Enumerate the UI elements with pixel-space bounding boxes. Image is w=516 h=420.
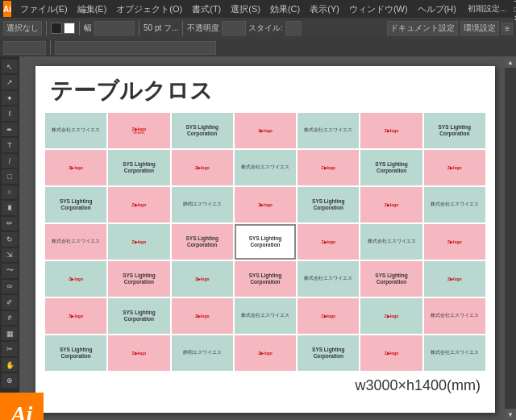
tb2-item1[interactable] (3, 41, 46, 55)
width-label: 幅 (84, 23, 92, 34)
cell-2-5: Z▶logo (360, 187, 422, 222)
tool-hand[interactable]: ✋ (2, 358, 18, 372)
toolbar: 選択なし 幅 50 pt フ... 不透明度 スタイル: ドキュメント設定 環境… (0, 18, 516, 39)
cell-3-0: 株式会社エスワイエス (45, 224, 106, 260)
cell-4-6: Z▶logo (424, 261, 485, 297)
fill-box[interactable] (51, 23, 62, 34)
cell-5-3: 株式会社エスワイエス (235, 298, 296, 334)
cell-6-0: SYS LightingCorporation (45, 335, 106, 371)
cell-2-0: SYS LightingCorporation (45, 187, 106, 222)
cell-2-4: SYS LightingCorporation (298, 187, 359, 222)
cell-4-2: Z▶logo (172, 261, 233, 297)
cell-5-0: Z▶logo (45, 298, 106, 334)
ai-logo-badge: Ai (0, 393, 44, 420)
extra-btn[interactable]: ≡ (501, 23, 513, 35)
cell-6-4: SYS LightingCorporation (298, 335, 359, 371)
sep5 (50, 40, 51, 55)
cell-4-3: SYS LightingCorporation (235, 261, 296, 297)
scroll-bar-right[interactable]: ▲ ▼ (505, 56, 516, 420)
tb2-item2[interactable] (55, 41, 216, 55)
tool-lasso[interactable]: ℓ (2, 106, 18, 120)
cell-3-2: SYS LightingCorporation (172, 224, 233, 260)
tool-select[interactable]: ↖ (2, 60, 18, 73)
cell-5-5: Z▶logo (360, 298, 422, 334)
tool-warp[interactable]: 〜 (2, 264, 18, 277)
stroke-box[interactable] (64, 23, 75, 34)
menu-type[interactable]: 書式(T) (188, 2, 225, 17)
cell-3-1: Z▶logo (108, 224, 169, 260)
cell-1-5: SYS LightingCorporation (360, 150, 422, 185)
scroll-up-btn[interactable]: ▲ (505, 56, 516, 68)
tool-blend[interactable]: ∞ (2, 280, 18, 293)
ai-logo-small: Ai (3, 1, 11, 17)
menu-edit[interactable]: 編集(E) (73, 2, 111, 17)
style-label: スタイル: (248, 23, 283, 34)
width-input[interactable] (94, 21, 135, 35)
menu-effect[interactable]: 効果(C) (266, 2, 304, 17)
tool-zoom[interactable]: ⊕ (2, 373, 18, 387)
tool-eyedrop[interactable]: ✐ (2, 295, 18, 309)
sep4 (182, 21, 183, 35)
cell-3-6: Z▶logo (424, 224, 485, 260)
cell-3-5: 株式会社エスワイエス (360, 224, 422, 260)
cell-1-4: Z▶logo (298, 150, 359, 185)
menu-file[interactable]: ファイル(E) (16, 2, 72, 17)
cell-0-1: Z▶logoBRAND (108, 113, 169, 148)
cell-2-1: Z▶logo (108, 187, 169, 222)
menu-help[interactable]: ヘルプ(H) (414, 2, 460, 17)
tool-rect[interactable]: □ (2, 169, 18, 183)
cell-4-1: SYS LightingCorporation (108, 261, 169, 297)
tool-scissors[interactable]: ✂ (2, 342, 18, 356)
main-layout: ↖ ↗ ✦ ℓ ✒ T / □ ○ ♜ ✏ ↻ ⇲ 〜 ∞ ✐ # ▦ ✂ ✋ … (0, 56, 516, 420)
cell-0-4: 株式会社エスワイエス (298, 113, 359, 148)
cell-5-4: Z▶logo (298, 298, 359, 334)
tool-pen[interactable]: ✒ (2, 123, 18, 136)
cell-6-5: Z▶logo (360, 335, 422, 371)
cell-2-2: 静岡エスワイエス (172, 187, 233, 222)
tool-brush[interactable]: ♜ (2, 201, 18, 214)
tool-mesh[interactable]: # (2, 311, 18, 325)
cell-1-2: Z▶logo (172, 150, 233, 185)
cell-6-2: 静岡エスワイエス (172, 335, 233, 371)
cell-2-6: 株式会社エスワイエス (424, 187, 485, 222)
doc-settings-btn[interactable]: ドキュメント設定 (387, 21, 458, 35)
tool-text[interactable]: T (2, 138, 18, 152)
menu-object[interactable]: オブジェクト(O) (112, 2, 186, 17)
sep1 (46, 21, 47, 35)
cell-3-3-highlighted: SYS LightingCorporation (235, 224, 296, 260)
tool-gradient[interactable]: ▦ (2, 326, 18, 340)
tool-line[interactable]: / (2, 154, 18, 168)
scroll-down-btn[interactable]: ▼ (505, 409, 516, 420)
menu-window[interactable]: ウィンドウ(W) (345, 2, 412, 17)
sep2 (79, 21, 80, 35)
document-title: テーブルクロス (35, 66, 495, 113)
cell-1-6: Z▶logo (424, 150, 485, 185)
size-label: w3000×h1400(mm) (35, 371, 495, 397)
menu-view[interactable]: 表示(Y) (306, 2, 343, 17)
left-toolbox: ↖ ↗ ✦ ℓ ✒ T / □ ○ ♜ ✏ ↻ ⇲ 〜 ∞ ✐ # ▦ ✂ ✋ … (0, 56, 19, 420)
cell-6-3: Z▶logo (235, 335, 296, 371)
cell-1-1: SYS LightingCorporation (108, 150, 169, 185)
cell-6-1: Z▶logo (108, 335, 169, 371)
cell-0-0: 株式会社エスワイエス (45, 113, 106, 148)
tool-rotate[interactable]: ↻ (2, 232, 18, 246)
opacity-label: 不透明度 (187, 23, 219, 34)
canvas-area: テーブルクロス 株式会社エスワイエス Z▶logoBRAND SYS Light… (19, 56, 516, 420)
menu-extra[interactable]: 初期設定... (464, 2, 510, 16)
tool-pencil[interactable]: ✏ (2, 217, 18, 231)
pattern-grid: 株式会社エスワイエス Z▶logoBRAND SYS LightingCorpo… (45, 113, 485, 371)
tool-magic[interactable]: ✦ (2, 91, 18, 105)
prefs-btn[interactable]: 環境設定 (460, 21, 499, 35)
tool-direct[interactable]: ↗ (2, 75, 18, 89)
tool-scale[interactable]: ⇲ (2, 248, 18, 262)
style-input[interactable] (285, 21, 302, 35)
cell-6-6: 株式会社エスワイエス (424, 335, 485, 371)
toolbar2 (0, 39, 516, 56)
menu-select[interactable]: 選択(S) (227, 2, 264, 17)
tool-ellipse[interactable]: ○ (2, 185, 18, 199)
sep3 (139, 21, 139, 35)
opacity-input[interactable] (222, 21, 246, 35)
cell-0-2: SYS LightingCorporation (172, 113, 233, 148)
select-none[interactable]: 選択なし (3, 21, 42, 35)
cell-5-6: 株式会社エスワイエス (424, 298, 485, 334)
